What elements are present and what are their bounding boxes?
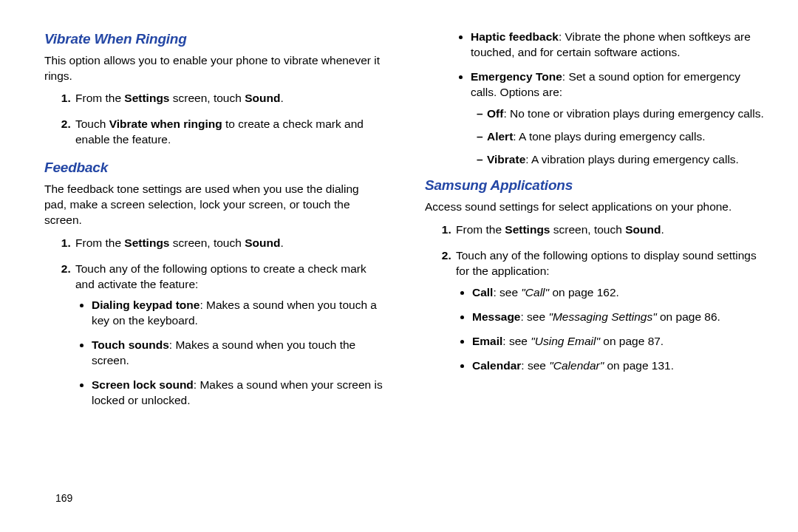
step-text: From the <box>456 223 505 236</box>
section-heading-feedback: Feedback <box>44 158 384 177</box>
option-emergency-tone: Emergency Tone <box>471 70 562 83</box>
steps-vibrate: From the Settings screen, touch Sound. T… <box>44 91 384 148</box>
option-message: Message <box>472 310 520 323</box>
section-heading-vibrate: Vibrate When Ringing <box>44 30 384 49</box>
option-desc: : No tone or vibration plays during emer… <box>503 107 763 120</box>
step-item: Touch any of the following options to di… <box>454 248 765 374</box>
step-text: screen, touch <box>169 236 245 249</box>
step-text: . <box>661 223 664 236</box>
step-text: From the <box>75 92 124 104</box>
term-settings: Settings <box>505 223 550 236</box>
term-vibrate-when-ringing: Vibrate when ringing <box>109 117 222 130</box>
step-item: Touch Vibrate when ringing to create a c… <box>74 117 384 148</box>
option-desc: on page 87. <box>600 335 664 347</box>
list-item: Emergency Tone: Set a sound option for e… <box>471 69 765 168</box>
list-item: Alert: A tone plays during emergency cal… <box>477 129 765 145</box>
list-item: Call: see "Call" on page 162. <box>472 285 765 301</box>
option-touch-sounds: Touch sounds <box>92 338 169 351</box>
step-text: Touch <box>75 117 109 130</box>
section-intro-feedback: The feedback tone settings are used when… <box>44 182 384 228</box>
term-sound: Sound <box>245 92 280 104</box>
list-item: Off: No tone or vibration plays during e… <box>477 106 765 122</box>
left-column: Vibrate When Ringing This option allows … <box>44 30 384 419</box>
option-desc: : see <box>502 335 531 347</box>
option-desc: on page 86. <box>657 310 720 323</box>
right-column: Haptic feedback: Vibrate the phone when … <box>425 30 765 419</box>
list-item: Calendar: see "Calendar" on page 131. <box>472 358 765 374</box>
step-item: From the Settings screen, touch Sound. <box>454 222 765 238</box>
option-desc: : see <box>520 310 548 323</box>
list-item: Haptic feedback: Vibrate the phone when … <box>471 30 765 61</box>
option-desc: on page 162. <box>549 286 619 299</box>
option-desc: : see <box>521 359 549 372</box>
emergency-tone-sublist: Off: No tone or vibration plays during e… <box>471 106 765 168</box>
list-item: Message: see "Messaging Settings" on pag… <box>472 310 765 325</box>
option-vibrate: Vibrate <box>487 153 525 166</box>
section-intro-samsung-apps: Access sound settings for select applica… <box>425 200 765 215</box>
page-number: 169 <box>55 491 72 505</box>
steps-samsung-apps: From the Settings screen, touch Sound. T… <box>425 222 765 373</box>
option-desc: : A vibration plays during emergency cal… <box>525 153 739 166</box>
step-text: . <box>280 92 283 104</box>
step-item: From the Settings screen, touch Sound. <box>74 236 384 251</box>
section-heading-samsung-apps: Samsung Applications <box>425 176 765 195</box>
step-item: Touch any of the following options to cr… <box>74 262 384 409</box>
option-off: Off <box>487 107 503 120</box>
list-item: Vibrate: A vibration plays during emerge… <box>477 152 765 168</box>
xref-messaging-settings: "Messaging Settings" <box>548 310 656 323</box>
option-desc: : see <box>493 286 521 299</box>
xref-call: "Call" <box>521 286 549 299</box>
xref-calendar: "Calendar" <box>549 359 604 372</box>
option-call: Call <box>472 286 493 299</box>
term-sound: Sound <box>625 223 661 236</box>
step-text: screen, touch <box>550 223 625 236</box>
term-sound: Sound <box>245 236 280 249</box>
list-item: Email: see "Using Email" on page 87. <box>472 334 765 349</box>
step-text: Touch any of the following options to di… <box>456 249 757 277</box>
option-email: Email <box>472 335 502 347</box>
term-settings: Settings <box>124 92 169 104</box>
manual-page: Vibrate When Ringing This option allows … <box>0 0 798 434</box>
option-desc: on page 131. <box>604 359 674 372</box>
term-settings: Settings <box>124 236 169 249</box>
option-alert: Alert <box>487 130 513 143</box>
step-text: From the <box>75 236 124 249</box>
option-screen-lock-sound: Screen lock sound <box>92 378 194 391</box>
section-intro-vibrate: This option allows you to enable your ph… <box>44 53 384 84</box>
option-haptic-feedback: Haptic feedback <box>471 30 559 43</box>
list-item: Touch sounds: Makes a sound when you tou… <box>92 338 384 369</box>
option-calendar: Calendar <box>472 359 521 372</box>
step-item: From the Settings screen, touch Sound. <box>74 91 384 106</box>
step-text: . <box>280 236 283 249</box>
option-dialing-keypad-tone: Dialing keypad tone <box>92 299 200 311</box>
step-text: screen, touch <box>169 92 245 104</box>
list-item: Screen lock sound: Makes a sound when yo… <box>92 378 384 409</box>
app-options-list: Call: see "Call" on page 162. Message: s… <box>456 285 765 374</box>
step-text: Touch any of the following options to cr… <box>75 262 366 290</box>
feedback-options-list: Dialing keypad tone: Makes a sound when … <box>75 298 384 409</box>
feedback-options-cont: Haptic feedback: Vibrate the phone when … <box>425 30 765 167</box>
option-desc: : A tone plays during emergency calls. <box>513 130 705 143</box>
steps-feedback: From the Settings screen, touch Sound. T… <box>44 236 384 409</box>
list-item: Dialing keypad tone: Makes a sound when … <box>92 298 384 329</box>
xref-using-email: "Using Email" <box>531 335 600 347</box>
